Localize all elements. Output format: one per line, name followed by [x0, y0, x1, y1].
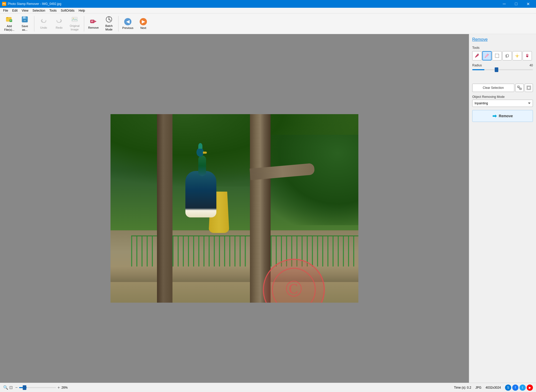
spacer	[472, 75, 533, 81]
svg-rect-8	[72, 17, 77, 22]
svg-rect-34	[527, 87, 530, 89]
invert-selection-button[interactable]	[525, 84, 533, 92]
status-bar: 🔍 ⊡ − + 26% Time (s): 0.2 JPG 4032x3024 …	[0, 383, 536, 392]
canvas-area[interactable]: ©	[0, 34, 469, 383]
menu-selection[interactable]: Selection	[30, 8, 47, 13]
svg-rect-7	[23, 20, 26, 21]
svg-rect-25	[526, 56, 528, 57]
clear-selection-button[interactable]: Clear Selection	[472, 84, 514, 92]
add-files-button[interactable]: + AddFile(s)...	[2, 15, 17, 33]
save-label: Saveas...	[21, 25, 28, 31]
panel-title: Remove	[472, 37, 533, 42]
maximize-button[interactable]: □	[510, 0, 522, 8]
menu-softorbits[interactable]: SoftOrbits	[59, 8, 76, 13]
title-bar-left: PS Photo Stamp Remover - IMG_0492.jpg	[2, 2, 61, 6]
save-as-button[interactable]: Saveas...	[18, 15, 32, 33]
status-right: Time (s): 0.2 JPG 4032x3024 S f t ▶	[454, 385, 533, 391]
format-label: JPG	[475, 386, 481, 389]
redo-button[interactable]: Redo	[52, 15, 66, 33]
remove-button[interactable]: Remove	[86, 15, 101, 33]
facebook-icon[interactable]: f	[512, 385, 518, 391]
original-image-button[interactable]: OriginalImage	[67, 15, 82, 33]
zoom-select-icon[interactable]: ⊡	[9, 385, 13, 390]
dimensions-label: 4032x3024	[486, 386, 501, 389]
zoom-slider[interactable]	[19, 387, 56, 388]
tree-trunk-left	[157, 114, 172, 303]
separator-2	[84, 16, 84, 32]
highlight-tool-button[interactable]	[482, 51, 492, 60]
lasso-tool-button[interactable]	[502, 51, 512, 60]
svg-rect-5	[23, 17, 26, 19]
svg-marker-23	[516, 55, 518, 57]
window-title: Photo Stamp Remover - IMG_0492.jpg	[8, 2, 61, 6]
radius-slider[interactable]	[472, 69, 533, 70]
menu-bar: File Edit View Selection Tools SoftOrbit…	[0, 8, 536, 13]
svg-point-16	[108, 19, 109, 20]
zoom-fit-icon[interactable]: 🔍	[3, 385, 8, 390]
svg-rect-28	[518, 86, 519, 88]
tree-trunk-main	[250, 114, 271, 303]
peacock-head	[196, 148, 204, 157]
svg-point-26	[527, 54, 528, 56]
status-left: 🔍 ⊡ − + 26%	[3, 385, 71, 390]
mode-section: Object Removing Mode Inpainting Content …	[472, 95, 533, 107]
batch-icon	[106, 16, 112, 24]
peacock-neck	[198, 155, 206, 176]
svg-text:+: +	[10, 19, 11, 22]
next-button[interactable]: ▶ Next	[136, 15, 151, 33]
undo-button[interactable]: Undo	[36, 15, 51, 33]
add-files-label: AddFile(s)...	[4, 25, 14, 31]
original-icon	[71, 16, 78, 24]
stamp-tool-button[interactable]	[523, 51, 532, 60]
separator-3	[118, 16, 119, 32]
previous-icon: ◀	[124, 18, 131, 25]
brush-tool-button[interactable]	[472, 51, 482, 60]
tools-section: Tools	[472, 46, 533, 60]
toolbar: + AddFile(s)... Saveas... Undo	[0, 13, 536, 34]
mode-select[interactable]: Inpainting Content Aware Blur	[472, 100, 533, 107]
clear-selection-row: Clear Selection	[472, 84, 533, 92]
peacock-beak	[203, 152, 207, 154]
twitter-icon[interactable]: t	[519, 385, 526, 391]
fit-selection-button[interactable]	[515, 84, 524, 92]
tools-row	[472, 51, 533, 60]
radius-label: Radius	[472, 64, 482, 67]
next-label: Next	[140, 26, 146, 29]
radius-slider-container	[472, 67, 533, 72]
time-label: Time (s): 0.2	[454, 386, 471, 389]
batch-mode-button[interactable]: BatchMode	[102, 15, 116, 33]
remove-label: Remove	[88, 26, 99, 29]
menu-help[interactable]: Help	[77, 8, 87, 13]
app-icon: PS	[2, 2, 6, 6]
ground-shadow	[111, 266, 358, 282]
menu-file[interactable]: File	[1, 8, 10, 13]
title-bar-controls: ─ □ ✕	[498, 0, 534, 8]
zoom-in-button[interactable]: +	[57, 385, 60, 390]
menu-view[interactable]: View	[20, 8, 30, 13]
undo-icon	[40, 18, 47, 26]
menu-edit[interactable]: Edit	[10, 8, 20, 13]
close-button[interactable]: ✕	[522, 0, 534, 8]
zoom-out-button[interactable]: −	[15, 385, 18, 390]
foliage-right	[255, 135, 358, 225]
magic-wand-button[interactable]	[513, 51, 522, 60]
remove-arrow-icon: ➡	[492, 113, 497, 119]
rect-select-button[interactable]	[492, 51, 502, 60]
save-icon	[21, 16, 28, 24]
youtube-icon[interactable]: ▶	[527, 385, 533, 391]
svg-marker-27	[527, 57, 528, 58]
redo-icon	[56, 18, 62, 26]
redo-label: Redo	[56, 26, 62, 29]
menu-tools[interactable]: Tools	[47, 8, 59, 13]
svg-rect-18	[495, 54, 499, 58]
batch-label: BatchMode	[105, 24, 113, 31]
next-icon: ▶	[140, 18, 147, 25]
minimize-button[interactable]: ─	[498, 0, 510, 8]
radius-section: Radius 40	[472, 64, 533, 72]
social-icons: S f t ▶	[505, 385, 533, 391]
remove-execute-button[interactable]: ➡ Remove	[472, 110, 533, 122]
softorbits-icon[interactable]: S	[505, 385, 511, 391]
previous-button[interactable]: ◀ Previous	[121, 15, 135, 33]
main-image[interactable]: ©	[111, 114, 358, 303]
undo-label: Undo	[40, 26, 47, 29]
